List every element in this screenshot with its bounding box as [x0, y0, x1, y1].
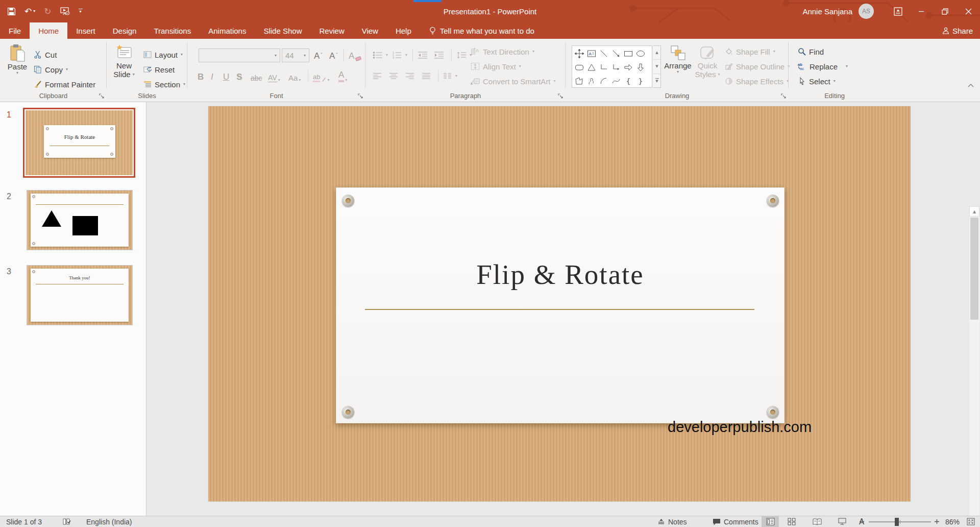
normal-view-button[interactable] [762, 516, 779, 527]
arrange-button[interactable]: Arrange ▾ [664, 45, 692, 74]
drawing-dialog-launcher-icon[interactable] [781, 93, 787, 99]
shape-select-move-icon[interactable] [573, 46, 585, 60]
tab-home[interactable]: Home [30, 22, 67, 39]
thumbnail-slide-2[interactable] [27, 190, 133, 250]
text-direction-button[interactable]: A Text Direction ▾ [471, 45, 534, 58]
paste-button[interactable]: Paste ▾ [5, 44, 30, 75]
justify-button[interactable] [422, 69, 431, 83]
shapes-scroll-up-icon[interactable]: ▲ [653, 46, 660, 60]
tab-view[interactable]: View [353, 22, 387, 39]
thumbnail-slide-3[interactable]: Thank you! [27, 265, 133, 325]
select-button[interactable]: Select ▾ [798, 75, 836, 88]
convert-to-smartart-button[interactable]: Convert to SmartArt ▾ [471, 75, 556, 88]
strikethrough-button[interactable]: abc [251, 69, 262, 83]
tab-transitions[interactable]: Transitions [145, 22, 200, 39]
shape-curve-icon[interactable] [610, 74, 622, 88]
text-shadow-button[interactable]: S [236, 69, 242, 83]
decrease-indent-button[interactable] [418, 49, 428, 62]
italic-button[interactable]: I [211, 69, 213, 83]
restore-button[interactable] [933, 0, 957, 22]
shape-rounded-rectangle-icon[interactable] [573, 60, 585, 74]
shape-text-box-icon[interactable]: A [585, 46, 598, 60]
zoom-percentage[interactable]: 86% [945, 516, 960, 527]
layout-button[interactable]: Layout ▾ [143, 48, 183, 61]
slide-title-text[interactable]: Flip & Rotate [336, 258, 784, 291]
shape-left-brace-icon[interactable]: { [622, 74, 634, 88]
tab-insert[interactable]: Insert [67, 22, 104, 39]
tab-animations[interactable]: Animations [200, 22, 255, 39]
new-slide-button[interactable]: New Slide▾ [111, 44, 137, 79]
copy-button[interactable]: Copy ▾ [34, 63, 68, 76]
shrink-font-button[interactable]: Aˇ [329, 49, 337, 62]
shape-fill-button[interactable]: Shape Fill ▾ [725, 45, 775, 58]
shape-line-arrow-icon[interactable] [610, 46, 622, 60]
numbering-button[interactable]: 123 ▾ [392, 49, 407, 62]
shapes-more-icon[interactable]: ▼ [653, 74, 660, 87]
scroll-up-arrow[interactable]: ▲ [969, 206, 979, 217]
replace-button[interactable]: abac Replace ▾ [798, 60, 848, 73]
slide-sorter-view-button[interactable] [783, 516, 800, 527]
slide-title-card[interactable]: Flip & Rotate [336, 187, 785, 423]
minimize-button[interactable] [910, 0, 933, 22]
thumbnail-slide-1[interactable]: Flip & Rotate [23, 108, 135, 178]
slide-1[interactable]: Flip & Rotate developerpublish.com [208, 106, 911, 501]
grow-font-button[interactable]: Aˆ [314, 49, 322, 62]
font-size-combo[interactable]: 44▾ [282, 49, 309, 62]
comments-button[interactable]: Comments [713, 516, 758, 527]
zoom-in-button[interactable] [934, 516, 940, 527]
spell-check-icon[interactable] [62, 516, 71, 527]
align-text-button[interactable]: Align Text ▾ [471, 60, 521, 73]
vertical-scrollbar[interactable]: ▲ ▼ ▲▲ ▼▼ [969, 206, 979, 527]
shape-down-arrow-icon[interactable] [634, 60, 647, 74]
shape-outline-button[interactable]: Shape Outline ▾ [725, 60, 790, 73]
align-right-button[interactable] [405, 69, 414, 83]
shape-right-arrow-icon[interactable] [622, 60, 634, 74]
clear-formatting-button[interactable]: A [349, 49, 361, 62]
fit-slide-to-window-button[interactable] [967, 516, 975, 527]
tab-help[interactable]: Help [387, 22, 420, 39]
user-name[interactable]: Annie Sanjana [802, 7, 852, 16]
close-button[interactable] [957, 0, 980, 22]
zoom-slider-track[interactable] [869, 521, 931, 522]
font-dialog-launcher-icon[interactable] [358, 93, 363, 99]
align-left-button[interactable] [373, 69, 382, 83]
shape-arc-icon[interactable] [598, 74, 610, 88]
reset-button[interactable]: Reset [143, 63, 175, 76]
character-spacing-button[interactable]: AV▾ [268, 69, 280, 83]
slide-indicator[interactable]: Slide 1 of 3 [6, 516, 42, 527]
paragraph-dialog-launcher-icon[interactable] [558, 93, 564, 99]
tab-design[interactable]: Design [104, 22, 145, 39]
slide-show-view-button[interactable] [834, 516, 851, 527]
shape-line-icon[interactable] [598, 46, 610, 60]
section-button[interactable]: Section ▾ [143, 78, 185, 91]
shape-effects-button[interactable]: Shape Effects ▾ [725, 75, 789, 88]
share-button[interactable]: Share [942, 22, 973, 39]
tab-slide-show[interactable]: Slide Show [255, 22, 310, 39]
ribbon-display-options-icon[interactable] [886, 0, 910, 22]
bullets-button[interactable]: ▾ [373, 49, 388, 62]
bold-button[interactable]: B [198, 69, 204, 83]
tab-review[interactable]: Review [310, 22, 353, 39]
clipboard-dialog-launcher-icon[interactable] [99, 93, 105, 99]
avatar[interactable]: AS [859, 4, 874, 19]
highlight-button[interactable]: ab ▾ [313, 69, 329, 83]
shapes-scroll-down-icon[interactable]: ▼ [653, 60, 660, 74]
shape-rectangle-icon[interactable] [622, 46, 634, 60]
underline-button[interactable]: U [223, 69, 229, 83]
format-painter-button[interactable]: Format Painter [34, 78, 95, 91]
find-button[interactable]: Find [798, 45, 824, 58]
shape-freeform-icon[interactable] [573, 74, 585, 88]
align-center-button[interactable] [389, 69, 398, 83]
shape-oval-icon[interactable] [634, 46, 647, 60]
shape-triangle-icon[interactable] [585, 60, 598, 74]
shapes-gallery[interactable]: A { } [572, 45, 652, 88]
tab-file[interactable]: File [0, 22, 30, 39]
shape-elbow-connector-icon[interactable] [598, 60, 610, 74]
columns-button[interactable]: ▾ [443, 69, 457, 83]
zoom-slider-handle[interactable] [895, 518, 899, 526]
reading-view-button[interactable] [808, 516, 826, 527]
quick-styles-button[interactable]: Quick Styles▾ [694, 45, 721, 79]
shape-scribble-icon[interactable] [585, 74, 598, 88]
collapse-ribbon-icon[interactable] [968, 83, 974, 87]
scrollbar-thumb[interactable] [970, 218, 978, 320]
